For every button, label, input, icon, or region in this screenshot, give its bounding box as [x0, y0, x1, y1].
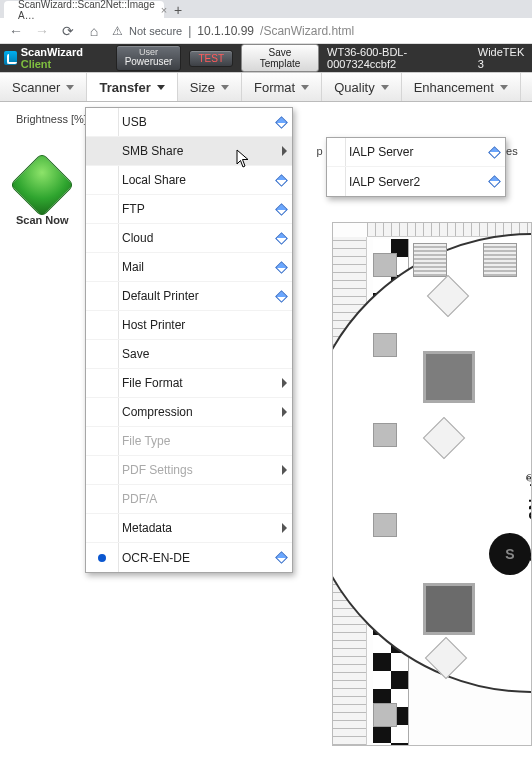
device-model: WideTEK 3: [478, 46, 528, 70]
transfer-menu-item[interactable]: FTP: [86, 195, 292, 224]
menu-item-label: Mail: [118, 260, 274, 274]
url-display[interactable]: ⚠ Not secure | 10.1.10.99/ScanWizard.htm…: [112, 24, 524, 38]
submenu-arrow-icon: [276, 146, 292, 156]
home-icon[interactable]: ⌂: [86, 23, 102, 39]
menu-scanner[interactable]: Scanner: [0, 73, 87, 101]
patch: [483, 243, 517, 277]
forward-icon: →: [34, 23, 50, 39]
back-icon[interactable]: ←: [8, 23, 24, 39]
menu-item-label: Compression: [118, 405, 276, 419]
menu-item-label: PDF Settings: [118, 463, 276, 477]
chevron-down-icon: [157, 85, 165, 90]
edit-icon[interactable]: [487, 177, 505, 186]
user-label-bottom: Poweruser: [125, 57, 173, 68]
chevron-down-icon: [221, 85, 229, 90]
reload-icon[interactable]: ⟳: [60, 23, 76, 39]
submenu-arrow-icon: [276, 378, 292, 388]
patch: [373, 423, 397, 447]
transfer-menu-item[interactable]: OCR-EN-DE: [86, 543, 292, 572]
transfer-menu-item[interactable]: Metadata: [86, 514, 292, 543]
new-tab-button[interactable]: +: [170, 2, 186, 18]
edit-icon[interactable]: [274, 118, 292, 127]
user-button[interactable]: User Poweruser: [116, 45, 182, 71]
chevron-down-icon: [66, 85, 74, 90]
transfer-menu-item[interactable]: Mail: [86, 253, 292, 282]
menu-item-label: IALP Server: [345, 145, 487, 159]
transfer-menu-item[interactable]: SMB Share: [86, 137, 292, 166]
menu-item-label: SMB Share: [118, 144, 276, 158]
edit-icon[interactable]: [274, 205, 292, 214]
patch: [373, 253, 397, 277]
transfer-menu-item[interactable]: Host Printer: [86, 311, 292, 340]
mouse-cursor-icon: [236, 149, 250, 169]
brand-text: ScanWizard Client: [21, 46, 108, 70]
submenu-arrow-icon: [276, 407, 292, 417]
scan-now-icon: [10, 152, 75, 217]
scan-preview[interactable]: Scan2Net® S: [332, 222, 532, 746]
chevron-down-icon: [301, 85, 309, 90]
patch: [373, 703, 397, 727]
scan-now-button[interactable]: Scan Now: [16, 162, 69, 226]
browser-tab[interactable]: ScanWizard::Scan2Net::Image A… ×: [4, 1, 164, 18]
smb-menu-item[interactable]: IALP Server: [327, 138, 505, 167]
menu-enhancement[interactable]: Enhancement: [402, 73, 521, 101]
transfer-menu-item[interactable]: Default Printer: [86, 282, 292, 311]
edit-icon[interactable]: [274, 553, 292, 562]
smb-share-submenu: IALP ServerIALP Server2: [326, 137, 506, 197]
device-id: WT36-600-BDL-0007324ccbf2: [327, 46, 462, 70]
menu-item-label: File Format: [118, 376, 276, 390]
menu-item-label: IALP Server2: [345, 175, 487, 189]
browser-tab-bar: ScanWizard::Scan2Net::Image A… × +: [0, 0, 532, 18]
url-path: /ScanWizard.html: [260, 24, 354, 38]
patch: [373, 333, 397, 357]
logo-dot: S: [489, 533, 531, 575]
browser-tab-title: ScanWizard::Scan2Net::Image A…: [18, 0, 155, 21]
gray-swatch: [423, 583, 475, 635]
edit-icon[interactable]: [274, 292, 292, 301]
menu-item-gutter: [86, 554, 118, 562]
test-button[interactable]: TEST: [189, 50, 233, 67]
transfer-dropdown: USBSMB ShareLocal ShareFTPCloudMailDefau…: [85, 107, 293, 573]
security-label: Not secure: [129, 25, 182, 37]
close-tab-icon[interactable]: ×: [161, 4, 167, 16]
menu-transfer[interactable]: Transfer: [87, 73, 177, 101]
submenu-arrow-icon: [276, 465, 292, 475]
patch: [373, 513, 397, 537]
brand-logo-icon: [4, 51, 17, 65]
menu-item-label: Save: [118, 347, 274, 361]
gray-swatch: [423, 351, 475, 403]
menu-quality[interactable]: Quality: [322, 73, 401, 101]
transfer-menu-item[interactable]: Save: [86, 340, 292, 369]
menu-item-label: USB: [118, 115, 274, 129]
transfer-menu-item: File Type: [86, 427, 292, 456]
menu-size[interactable]: Size: [178, 73, 242, 101]
transfer-menu-item[interactable]: File Format: [86, 369, 292, 398]
menu-item-label: Default Printer: [118, 289, 274, 303]
menu-format[interactable]: Format: [242, 73, 322, 101]
toolbar-right: WT36-600-BDL-0007324ccbf2 WideTEK 3: [327, 46, 528, 70]
menu-item-label: Cloud: [118, 231, 274, 245]
browser-address-bar: ← → ⟳ ⌂ ⚠ Not secure | 10.1.10.99/ScanWi…: [0, 18, 532, 44]
save-template-button[interactable]: Save Template: [241, 44, 319, 72]
transfer-menu-item[interactable]: Compression: [86, 398, 292, 427]
chevron-down-icon: [381, 85, 389, 90]
menu-item-label: Metadata: [118, 521, 276, 535]
edit-icon[interactable]: [274, 176, 292, 185]
edit-icon[interactable]: [274, 263, 292, 272]
smb-menu-item[interactable]: IALP Server2: [327, 167, 505, 196]
menu-item-label: PDF/A: [118, 492, 274, 506]
transfer-menu-item[interactable]: Cloud: [86, 224, 292, 253]
brightness-label: Brightness [%]: [0, 113, 87, 125]
transfer-menu-item: PDF/A: [86, 485, 292, 514]
scan-now-label: Scan Now: [16, 214, 69, 226]
transfer-menu-item: PDF Settings: [86, 456, 292, 485]
submenu-arrow-icon: [276, 523, 292, 533]
transfer-menu-item[interactable]: Local Share: [86, 166, 292, 195]
edit-icon[interactable]: [487, 148, 505, 157]
menu-item-label: Local Share: [118, 173, 274, 187]
transfer-menu-item[interactable]: USB: [86, 108, 292, 137]
edit-icon[interactable]: [274, 234, 292, 243]
app-toolbar: ScanWizard Client User Poweruser TEST Sa…: [0, 44, 532, 72]
menu-transport[interactable]: Transpor: [521, 73, 532, 101]
radio-selected-icon: [98, 554, 106, 562]
